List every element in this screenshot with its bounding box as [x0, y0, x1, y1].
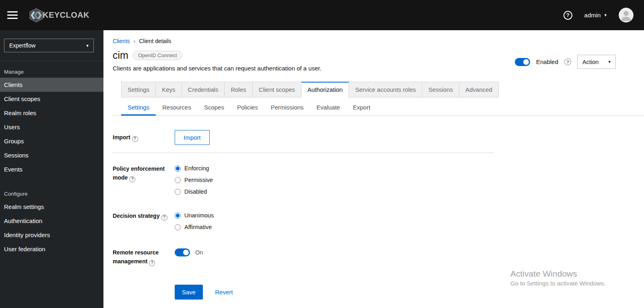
decision-strategy-row: Decision strategy? Unanimous Affirmative: [113, 211, 493, 230]
caret-down-icon: ▾: [604, 13, 607, 17]
subtab-export[interactable]: Export: [347, 100, 377, 116]
radio-input-permissive[interactable]: [175, 177, 181, 183]
sidebar-item-identity-providers[interactable]: Identity providers: [0, 228, 103, 242]
sidebar-item-realm-settings[interactable]: Realm settings: [0, 200, 103, 214]
sidebar-item-groups[interactable]: Groups: [0, 134, 103, 148]
tab-settings[interactable]: Settings: [121, 82, 156, 97]
menu-toggle-icon[interactable]: [7, 11, 18, 19]
help-icon[interactable]: ?: [149, 260, 155, 266]
sidebar-item-authentication[interactable]: Authentication: [0, 214, 103, 228]
main-tabs: Settings Keys Credentials Roles Client s…: [121, 82, 499, 97]
subtab-resources[interactable]: Resources: [156, 100, 198, 116]
help-icon[interactable]: ?: [564, 11, 572, 20]
sidebar-item-clients[interactable]: Clients: [0, 78, 103, 92]
username: admin: [584, 12, 601, 19]
tab-keys[interactable]: Keys: [156, 82, 182, 97]
radio-input-affirmative[interactable]: [175, 224, 181, 230]
sidebar: Expertflow ▾ Manage Clients Client scope…: [0, 30, 103, 308]
help-icon[interactable]: ?: [129, 176, 135, 182]
radio-label-disabled: Disabled: [184, 188, 207, 195]
decision-strategy-options: Unanimous Affirmative: [175, 211, 493, 230]
nav-section-configure-title: Configure: [0, 188, 103, 200]
enabled-label: Enabled: [536, 58, 558, 65]
nav-section-configure: Configure Realm settings Authentication …: [0, 188, 103, 256]
caret-down-icon: ▾: [86, 43, 89, 48]
client-protocol-badge: OpenID Connect: [133, 51, 182, 60]
tab-service-accounts-roles[interactable]: Service accounts roles: [349, 82, 422, 97]
radio-unanimous[interactable]: Unanimous: [175, 212, 493, 219]
chevron-right-icon: ›: [134, 38, 136, 44]
keycloak-logo: KEYCLOAK: [28, 7, 89, 23]
remote-resource-management-row: Remote resource management? On: [113, 248, 493, 266]
page-description: Clients are applications and services th…: [113, 65, 322, 72]
import-label: Import?: [113, 133, 175, 142]
sidebar-item-events[interactable]: Events: [0, 162, 103, 176]
nav-section-manage: Manage Clients Client scopes Realm roles…: [0, 66, 103, 176]
policy-enforcement-options: Enforcing Permissive Disabled: [175, 164, 493, 195]
radio-disabled[interactable]: Disabled: [175, 188, 493, 195]
action-dropdown-label: Action: [582, 59, 599, 65]
decision-strategy-label: Decision strategy?: [113, 211, 175, 221]
save-button[interactable]: Save: [175, 285, 203, 300]
authorization-sub-tabs: Settings Resources Scopes Policies Permi…: [113, 100, 644, 116]
brand-text: KEYCLOAK: [43, 10, 89, 20]
toggle-knob: [183, 250, 189, 255]
remote-resource-management-label: Remote resource management?: [113, 248, 175, 266]
radio-input-enforcing[interactable]: [175, 165, 181, 172]
realm-selector[interactable]: Expertflow ▾: [4, 39, 94, 52]
action-dropdown[interactable]: Action ▾: [577, 55, 616, 69]
nav-section-manage-title: Manage: [0, 66, 103, 78]
subtab-scopes[interactable]: Scopes: [198, 100, 231, 116]
topbar: KEYCLOAK ? admin ▾: [0, 0, 644, 30]
radio-enforcing[interactable]: Enforcing: [175, 165, 493, 172]
breadcrumb: Clients › Client details: [113, 30, 644, 44]
radio-label-affirmative: Affirmative: [184, 224, 212, 230]
radio-input-unanimous[interactable]: [175, 213, 181, 219]
topbar-actions: ? admin ▾: [564, 8, 634, 23]
user-avatar-icon: [619, 8, 634, 23]
revert-link[interactable]: Revert: [215, 289, 233, 296]
tab-roles[interactable]: Roles: [225, 82, 252, 97]
tab-credentials[interactable]: Credentials: [182, 82, 225, 97]
sidebar-item-users[interactable]: Users: [0, 120, 103, 134]
caret-down-icon: ▾: [608, 60, 611, 64]
toggle-knob: [523, 59, 529, 65]
user-menu-dropdown[interactable]: admin ▾: [584, 12, 607, 19]
radio-label-unanimous: Unanimous: [184, 212, 214, 219]
tab-authorization[interactable]: Authorization: [301, 82, 349, 97]
avatar[interactable]: [619, 8, 634, 23]
radio-label-enforcing: Enforcing: [184, 165, 209, 172]
page-header: cim OpenID Connect Clients are applicati…: [113, 50, 644, 72]
main-content: Clients › Client details cim OpenID Conn…: [103, 30, 644, 308]
radio-input-disabled[interactable]: [175, 189, 181, 195]
page-title: cim: [113, 50, 128, 61]
radio-label-permissive: Permissive: [184, 177, 213, 183]
keycloak-logo-icon: [28, 7, 44, 23]
radio-permissive[interactable]: Permissive: [175, 177, 493, 183]
sidebar-item-realm-roles[interactable]: Realm roles: [0, 106, 103, 120]
breadcrumb-current: Client details: [139, 38, 171, 44]
subtab-policies[interactable]: Policies: [231, 100, 264, 116]
sidebar-item-sessions[interactable]: Sessions: [0, 148, 103, 162]
remote-resource-management-toggle[interactable]: [175, 248, 190, 256]
enabled-toggle[interactable]: [515, 58, 530, 66]
subtab-settings[interactable]: Settings: [121, 100, 156, 116]
tab-advanced[interactable]: Advanced: [459, 82, 499, 97]
sidebar-item-user-federation[interactable]: User federation: [0, 242, 103, 256]
tab-sessions[interactable]: Sessions: [422, 82, 459, 97]
sidebar-item-client-scopes[interactable]: Client scopes: [0, 92, 103, 106]
sidebar-nav: Manage Clients Client scopes Realm roles…: [0, 61, 103, 256]
help-icon[interactable]: ?: [132, 136, 138, 142]
policy-enforcement-mode-row: Policy enforcement mode? Enforcing Permi…: [113, 164, 493, 195]
remote-resource-management-state: On: [195, 249, 203, 256]
breadcrumb-link-clients[interactable]: Clients: [113, 38, 130, 44]
subtab-permissions[interactable]: Permissions: [264, 100, 310, 116]
section-divider: [113, 153, 493, 153]
authorization-settings-form: Import? Import Policy enforcement mode? …: [113, 130, 493, 300]
help-icon[interactable]: ?: [564, 58, 571, 65]
subtab-evaluate[interactable]: Evaluate: [310, 100, 346, 116]
tab-client-scopes[interactable]: Client scopes: [253, 82, 301, 97]
help-icon[interactable]: ?: [161, 215, 167, 221]
import-button[interactable]: Import: [175, 130, 210, 145]
radio-affirmative[interactable]: Affirmative: [175, 224, 493, 230]
